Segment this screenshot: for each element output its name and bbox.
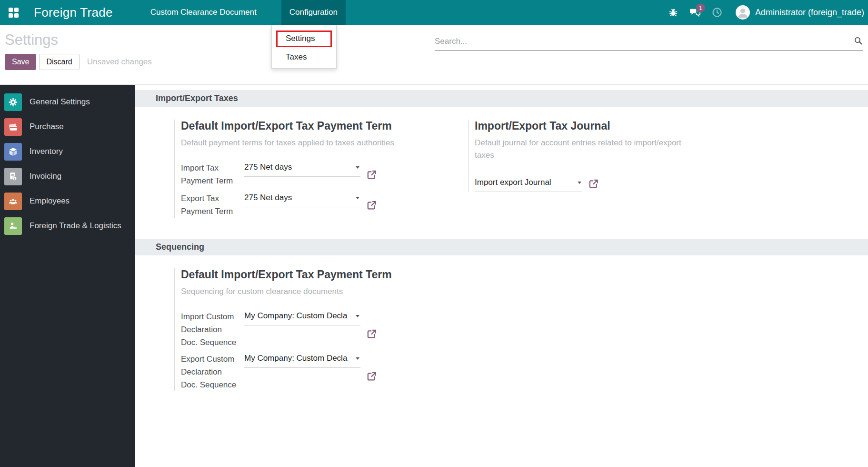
external-link-icon[interactable] — [366, 328, 377, 341]
chevron-down-icon — [356, 166, 359, 171]
tax-journal-select[interactable]: Import export Journal — [475, 177, 582, 192]
field-label: Import Tax Payment Term — [181, 162, 244, 187]
chevron-down-icon — [356, 357, 359, 362]
sidebar-item-label: Inventory — [30, 147, 63, 156]
field-import-export-tax-journal: Import export Journal — [475, 177, 701, 192]
logistics-icon — [4, 217, 22, 235]
dropdown-item-settings[interactable]: Settings — [276, 30, 332, 47]
workspace: General Settings Purchase Inventory — [0, 84, 868, 467]
block-description: Sequencing for custom clearance document… — [181, 285, 468, 298]
external-link-icon[interactable] — [366, 200, 377, 213]
app-title: Foreign Trade — [34, 5, 113, 20]
discard-button[interactable]: Discard — [39, 54, 79, 70]
messages-badge: 1 — [696, 3, 705, 12]
sidebar-item-inventory[interactable]: Inventory — [0, 139, 135, 164]
chevron-down-icon — [356, 197, 359, 201]
credit-card-icon — [4, 118, 22, 136]
svg-text:$: $ — [14, 176, 16, 180]
field-label: Export Tax Payment Term — [181, 192, 244, 218]
user-menu[interactable]: Administrator (foreign_trade) — [755, 8, 864, 18]
setting-block-sequencing: Default Import/Export Tax Payment Term S… — [174, 268, 468, 391]
sidebar-item-label: Employees — [30, 196, 70, 206]
top-navbar: Foreign Trade Custom Clearance Document … — [0, 0, 868, 25]
control-panel: Settings Save Discard Unsaved changes — [0, 25, 868, 84]
unsaved-changes-status: Unsaved changes — [87, 57, 152, 67]
sidebar-item-general-settings[interactable]: General Settings — [0, 90, 135, 114]
sidebar-item-label: General Settings — [30, 97, 90, 107]
navbar-right: 1 Administrator (foreign_trade) — [662, 5, 868, 20]
field-import-custom-declaration-sequence: Import Custom Declaration Doc. Sequence … — [181, 310, 468, 349]
apps-menu-icon[interactable] — [9, 8, 19, 18]
user-avatar[interactable] — [736, 5, 750, 20]
sidebar-item-foreign-trade-logistics[interactable]: Foreign Trade & Logistics — [0, 213, 135, 238]
block-description: Default payment terms for taxes applied … — [181, 137, 468, 149]
field-label: Import Custom Declaration Doc. Sequence — [181, 310, 244, 349]
field-export-tax-payment-term: Export Tax Payment Term 275 Net days — [181, 192, 468, 218]
block-heading: Import/Export Tax Journal — [475, 120, 701, 132]
sidebar-item-purchase[interactable]: Purchase — [0, 114, 135, 139]
external-link-icon[interactable] — [588, 178, 599, 191]
dropdown-item-taxes[interactable]: Taxes — [272, 49, 336, 64]
field-label: Export Custom Declaration Doc. Sequence — [181, 353, 244, 391]
sidebar-item-invoicing[interactable]: $ Invoicing — [0, 164, 135, 189]
field-export-custom-declaration-sequence: Export Custom Declaration Doc. Sequence … — [181, 353, 468, 391]
search-icon[interactable] — [853, 36, 863, 48]
setting-block-tax-journal: Import/Export Tax Journal Default journa… — [468, 120, 701, 192]
messages-icon[interactable]: 1 — [684, 7, 706, 18]
invoice-icon: $ — [4, 168, 22, 185]
sidebar-item-label: Foreign Trade & Logistics — [30, 221, 121, 231]
menu-custom-clearance-document[interactable]: Custom Clearance Document — [142, 0, 265, 25]
external-link-icon[interactable] — [366, 371, 377, 384]
section-header-import-export-taxes: Import/Export Taxes — [135, 90, 868, 107]
block-heading: Default Import/Export Tax Payment Term — [181, 120, 468, 132]
settings-sidebar: General Settings Purchase Inventory — [0, 85, 135, 467]
block-heading: Default Import/Export Tax Payment Term — [181, 268, 468, 281]
setting-block-payment-term: Default Import/Export Tax Payment Term D… — [174, 120, 468, 218]
export-tax-payment-term-select[interactable]: 275 Net days — [244, 192, 360, 207]
save-button[interactable]: Save — [5, 54, 36, 70]
activities-clock-icon[interactable] — [706, 7, 728, 18]
navbar-menus: Custom Clearance Document Configuration — [142, 0, 346, 25]
menu-configuration[interactable]: Configuration — [281, 0, 346, 25]
people-icon — [4, 193, 22, 210]
gear-icon — [4, 93, 22, 111]
export-declaration-sequence-select[interactable]: My Company: Custom Decla — [244, 353, 360, 368]
field-import-tax-payment-term: Import Tax Payment Term 275 Net days — [181, 162, 468, 187]
search-input[interactable] — [435, 34, 863, 51]
chevron-down-icon — [578, 182, 581, 186]
sidebar-item-label: Invoicing — [30, 172, 61, 181]
external-link-icon[interactable] — [366, 169, 377, 182]
import-declaration-sequence-select[interactable]: My Company: Custom Decla — [244, 310, 360, 325]
settings-content: Import/Export Taxes Default Import/Expor… — [135, 85, 868, 467]
import-tax-payment-term-select[interactable]: 275 Net days — [244, 162, 360, 177]
configuration-dropdown: Settings Taxes — [271, 25, 337, 69]
box-icon — [4, 143, 22, 161]
search-box — [435, 34, 863, 51]
chevron-down-icon — [356, 315, 359, 319]
section-header-sequencing: Sequencing — [135, 239, 868, 255]
block-description: Default journal for account entries rela… — [475, 137, 701, 162]
sidebar-item-employees[interactable]: Employees — [0, 189, 135, 213]
bug-icon[interactable] — [662, 7, 684, 18]
sidebar-item-label: Purchase — [30, 122, 64, 132]
